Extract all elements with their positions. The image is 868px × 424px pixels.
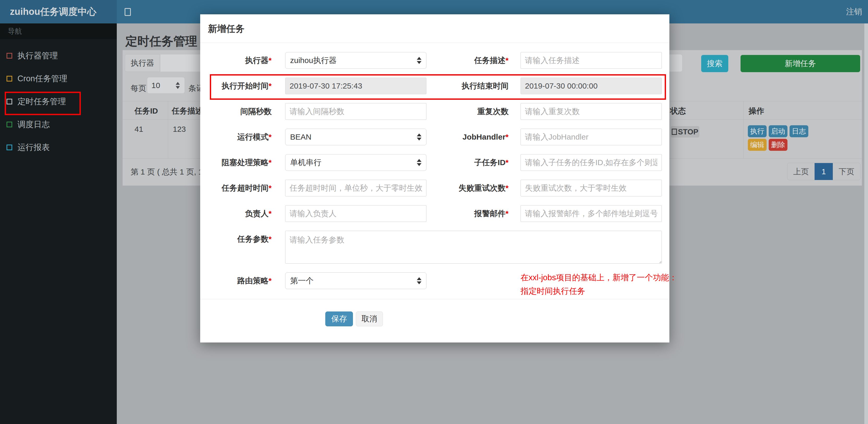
child-task-id-input[interactable] [521,154,662,171]
sidebar: 导航 执行器管理 Cron任务管理 定时任务管理 调度日志 运行报表 [0,24,117,424]
form-row-route-strategy: 路由策略* 第一个 在xxl-jobs项目的基础上，新增了一个功能： 指定时间执… [200,272,670,289]
modal-body: 执行器* zuihou执行器 任务描述* 执行开始时间* 执行结束时间 间隔秒数 [200,43,670,326]
table-column-border [743,101,744,158]
square-outline-icon [6,53,12,59]
save-button[interactable]: 保存 [325,312,353,326]
field-label: 报警邮件* [427,205,508,222]
sidebar-item-run-report[interactable]: 运行报表 [0,136,117,159]
field-label: 失败重试次数* [427,180,508,196]
interval-seconds-input[interactable] [285,103,427,120]
per-page-value: 10 [151,81,160,90]
field-label: 间隔秒数 [200,103,272,120]
app-root: zuihou任务调度中心 注销 导航 执行器管理 Cron任务管理 定时任务管理… [0,0,868,424]
owner-input[interactable] [285,205,427,222]
sidebar-toggle-icon[interactable] [125,8,131,16]
square-outline-icon [6,76,12,81]
select-arrows-icon [417,278,422,284]
annotation-note-line2: 指定时间执行任务 [521,284,677,298]
run-mode-select-value: BEAN [290,133,311,141]
field-label: 负责人* [200,205,272,222]
missing-glyph-box-icon [672,129,677,135]
annotation-note: 在xxl-jobs项目的基础上，新增了一个功能： 指定时间执行任务 [521,271,677,298]
exec-end-time-input[interactable] [521,77,662,94]
sidebar-item-label: 调度日志 [18,119,50,130]
task-params-textarea[interactable] [285,231,662,264]
jobhandler-input[interactable] [521,129,662,145]
status-badge: STOP [671,126,699,137]
select-arrows-icon [417,134,422,141]
form-row-timeout: 任务超时时间* 失败重试次数* [200,180,670,196]
form-row-exec-time: 执行开始时间* 执行结束时间 [200,77,670,94]
run-mode-select[interactable]: BEAN [285,129,427,145]
table-column-border [168,101,168,158]
field-label: 执行开始时间* [200,77,272,94]
sidebar-item-scheduled-task-manage[interactable]: 定时任务管理 [0,90,117,113]
cancel-button[interactable]: 取消 [356,312,383,326]
fail-retry-count-input[interactable] [521,180,662,196]
sidebar-item-executor-manage[interactable]: 执行器管理 [0,44,117,67]
column-header-task-desc: 任务描述 [172,106,203,117]
repeat-count-input[interactable] [521,103,662,120]
task-desc-input[interactable] [521,52,662,69]
block-strategy-select-value: 单机串行 [290,157,321,168]
pagination-next-button[interactable]: 下页 [833,163,860,180]
exec-start-time-input[interactable] [285,77,427,94]
row-action-log-button[interactable]: 日志 [789,125,808,137]
column-header-task-id: 任务ID [134,106,158,117]
add-task-button[interactable]: 新增任务 [741,55,860,72]
route-strategy-select-value: 第一个 [290,275,314,286]
pagination-prev-button[interactable]: 上页 [787,163,814,180]
column-header-actions: 操作 [749,106,764,117]
cell-task-id: 41 [134,125,143,134]
cell-task-desc: 123 [173,125,186,134]
field-label: 重复次数 [427,103,508,120]
column-header-status: 状态 [670,106,686,117]
square-outline-icon [6,144,12,150]
row-action-edit-button[interactable]: 编辑 [748,139,767,151]
sidebar-item-label: Cron任务管理 [18,73,67,84]
select-arrows-icon [417,57,422,64]
field-label: 执行结束时间 [427,77,508,94]
sidebar-item-label: 运行报表 [18,142,50,153]
sidebar-item-dispatch-log[interactable]: 调度日志 [0,113,117,136]
status-badge-label: STOP [678,128,698,136]
square-outline-icon [6,122,12,127]
modal-header: 新增任务 [200,14,670,43]
form-row-task-params: 任务参数* [200,231,670,264]
square-outline-icon [6,99,12,104]
field-label: 执行器* [200,52,272,69]
sidebar-item-label: 执行器管理 [18,50,58,61]
modal-title: 新增任务 [200,14,670,35]
page-title: 定时任务管理 [125,33,197,50]
executor-select-value: zuihou执行器 [290,55,337,66]
sidebar-item-label: 定时任务管理 [18,96,66,107]
field-label: JobHandler* [427,129,508,145]
logout-link[interactable]: 注销 [844,0,864,24]
task-timeout-input[interactable] [285,180,427,196]
per-page-select[interactable]: 10 [147,77,185,94]
sidebar-item-cron-task-manage[interactable]: Cron任务管理 [0,67,117,90]
search-addon-label: 执行器 [125,54,160,72]
select-arrows-icon [176,82,180,89]
executor-select[interactable]: zuihou执行器 [285,52,427,69]
pagination-current-page[interactable]: 1 [814,163,833,180]
field-label: 任务参数* [200,231,272,248]
field-label: 阻塞处理策略* [200,154,272,171]
brand-logo: zuihou任务调度中心 [0,0,117,24]
field-label: 任务描述* [427,52,508,69]
alarm-email-input[interactable] [521,205,662,222]
row-action-delete-button[interactable]: 删除 [769,139,787,151]
scrollbar[interactable] [864,24,868,424]
select-arrows-icon [417,159,422,166]
route-strategy-select[interactable]: 第一个 [285,272,427,289]
pagination-control: 上页 1 下页 [787,163,861,180]
row-action-execute-button[interactable]: 执行 [748,125,767,137]
row-action-start-button[interactable]: 启动 [769,125,787,137]
form-row-owner: 负责人* 报警邮件* [200,205,670,222]
form-row-run-mode: 运行模式* BEAN JobHandler* [200,129,670,145]
form-row-interval: 间隔秒数 重复次数 [200,103,670,120]
field-label: 任务超时时间* [200,180,272,196]
block-strategy-select[interactable]: 单机串行 [285,154,427,171]
search-button[interactable]: 搜索 [701,55,728,72]
add-task-modal: 新增任务 执行器* zuihou执行器 任务描述* 执行开始时间* 执行结束时间 [200,14,670,343]
